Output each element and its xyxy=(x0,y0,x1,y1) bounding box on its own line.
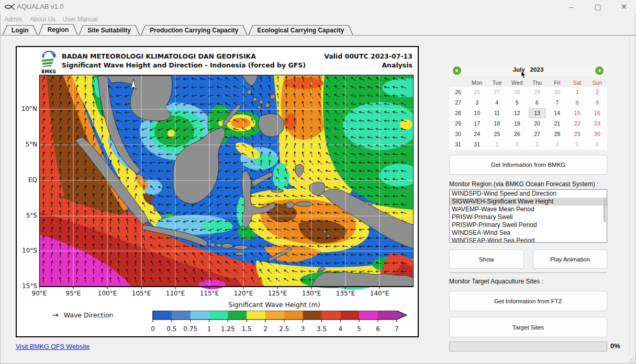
calendar-day[interactable]: 28 xyxy=(507,87,527,97)
calendar-day-selected[interactable]: 13 xyxy=(527,108,547,118)
colorbar-tick-5: 5 xyxy=(351,325,367,333)
colorbar-tick-7: 7 xyxy=(389,325,405,333)
calendar-day[interactable]: 27 xyxy=(487,87,507,97)
calendar-title: July2023 xyxy=(449,66,607,73)
calendar-day[interactable]: 2 xyxy=(507,139,527,150)
calendar-day[interactable]: 26 xyxy=(507,129,527,139)
calendar-day[interactable]: 19 xyxy=(507,118,527,129)
calendar-week-row: 273456789 xyxy=(449,97,607,108)
calendar-week-row: 2810111213141516 xyxy=(449,108,607,118)
window-title: AQUALAB v1.0 xyxy=(17,3,64,10)
x-tick-135-e: 135°E xyxy=(331,290,360,298)
calendar-day[interactable]: 15 xyxy=(567,108,587,118)
region-option-sigwaveh[interactable]: SIGWAVEH-Significant Wave Height xyxy=(450,198,607,206)
calendar-week-row: 2917181920212223 xyxy=(449,118,607,129)
calendar-day[interactable]: 1 xyxy=(567,87,587,97)
calendar-day[interactable]: 11 xyxy=(487,108,507,118)
calendar-day[interactable]: 3 xyxy=(527,139,547,150)
tab-production-carrying-capacity[interactable]: Production Carrying Capacity xyxy=(141,26,247,35)
calendar-day[interactable]: 6 xyxy=(587,139,607,150)
tab-site-suitability[interactable]: Site Suitability xyxy=(79,26,139,35)
play-animation-button[interactable]: Play Animation xyxy=(533,249,607,269)
calendar-day[interactable]: 31 xyxy=(467,139,487,150)
tab-login[interactable]: Login xyxy=(3,26,37,35)
calendar-day[interactable]: 29 xyxy=(527,87,547,97)
calendar-day[interactable]: 1 xyxy=(487,139,507,150)
calendar-day[interactable]: 17 xyxy=(467,118,487,129)
y-tick-5-n: 5°N xyxy=(17,141,37,149)
show-button[interactable]: Show xyxy=(449,249,524,269)
x-tick-95-e: 95°E xyxy=(59,290,88,298)
calendar-grid: 2626272829301227345678928101112131415162… xyxy=(449,87,607,150)
y-tick-10-s: 10°S xyxy=(17,247,37,255)
region-option-windspd[interactable]: WINDSPD-Wind Speed and Direction xyxy=(450,190,607,198)
calendar-day[interactable]: 18 xyxy=(487,118,507,129)
listbox-scrollbar[interactable] xyxy=(604,198,606,222)
menu-item-user-manual[interactable]: User Manual xyxy=(62,16,98,23)
calendar-day[interactable]: 25 xyxy=(487,129,507,139)
calendar-day[interactable]: 23 xyxy=(587,118,607,129)
day-header-tue: Tue xyxy=(487,77,507,88)
legend-label: Wave Direction xyxy=(64,311,114,319)
calendar-day[interactable]: 5 xyxy=(567,139,587,150)
calendar-day[interactable]: 2 xyxy=(587,87,607,97)
calendar-day[interactable]: 7 xyxy=(547,97,567,108)
calendar-day[interactable]: 10 xyxy=(467,108,487,118)
minimize-button[interactable]: – xyxy=(560,0,583,14)
calendar-day[interactable]: 21 xyxy=(547,118,567,129)
colorbar-tick-0-75: 0.75 xyxy=(183,325,198,333)
week-number: 31 xyxy=(449,139,467,150)
region-option-priswp[interactable]: PRISWP-Primary Swell Period xyxy=(450,221,607,229)
maximize-button[interactable]: ▢ xyxy=(586,0,609,14)
tab-label-login: Login xyxy=(3,26,37,35)
calendar-day[interactable]: 12 xyxy=(507,108,527,118)
menu-item-about-us[interactable]: About Us xyxy=(30,16,55,23)
calendar-day[interactable]: 27 xyxy=(527,129,547,139)
x-tick-105-e: 105°E xyxy=(127,290,156,298)
calendar-day[interactable]: 3 xyxy=(467,97,487,108)
calendar-day[interactable]: 14 xyxy=(547,108,567,118)
get-bmkg-button[interactable]: Get Information from BMKG xyxy=(449,155,607,175)
calendar-next-icon[interactable] xyxy=(595,66,604,75)
calendar-day[interactable]: 20 xyxy=(527,118,547,129)
region-option-windsea[interactable]: WINDSEA-Wind Sea xyxy=(450,229,607,237)
tab-region[interactable]: Region xyxy=(39,25,77,35)
calendar-day[interactable]: 28 xyxy=(547,129,567,139)
x-tick-120-e: 120°E xyxy=(229,290,258,298)
calendar-day[interactable]: 4 xyxy=(547,139,567,150)
calendar: July2023 MonTueWedThuFriSatSun 262627282… xyxy=(449,65,607,150)
x-tick-140-e: 140°E xyxy=(365,290,394,298)
region-option-wavemp[interactable]: WAVEMP-Wave Mean Period xyxy=(450,206,607,213)
target-sites-button[interactable]: Target Sites xyxy=(449,317,607,337)
colorbar-tick-6: 6 xyxy=(370,325,386,333)
get-ftz-button[interactable]: Get Information from FTZ xyxy=(449,291,607,311)
calendar-day[interactable]: 29 xyxy=(567,129,587,139)
calendar-day[interactable]: 5 xyxy=(507,97,527,108)
region-listbox[interactable]: WINDSPD-Wind Speed and DirectionSIGWAVEH… xyxy=(449,189,607,243)
calendar-year[interactable]: 2023 xyxy=(530,66,544,73)
bmkg-ofs-link[interactable]: Visit BMKG OFS Website xyxy=(16,343,90,350)
tab-ecological-carrying-capacity[interactable]: Ecological Carrying Capacity xyxy=(249,26,352,35)
colorbar-tick-2-5: 2.5 xyxy=(276,325,292,333)
panel-edge xyxy=(629,37,630,355)
resize-grip[interactable] xyxy=(628,357,634,363)
section-divider xyxy=(449,272,607,273)
calendar-day[interactable]: 8 xyxy=(567,97,587,108)
calendar-day[interactable]: 22 xyxy=(567,118,587,129)
close-button[interactable]: ✕ xyxy=(612,0,635,14)
region-option-prisw[interactable]: PRISW-Primary Swell xyxy=(450,213,607,221)
tab-label-region: Region xyxy=(39,25,77,35)
day-header-sun: Sun xyxy=(587,77,607,88)
week-number: 28 xyxy=(449,108,467,118)
calendar-day[interactable]: 24 xyxy=(467,129,487,139)
calendar-day[interactable]: 30 xyxy=(587,129,607,139)
calendar-day[interactable]: 9 xyxy=(587,97,607,108)
calendar-day[interactable]: 4 xyxy=(487,97,507,108)
legend-arrow-icon: → xyxy=(52,311,59,319)
calendar-day[interactable]: 26 xyxy=(467,87,487,97)
region-option-windseap[interactable]: WINDSEAP-Wind Sea Period xyxy=(450,237,607,243)
menu-item-admin[interactable]: Admin xyxy=(4,16,22,23)
calendar-day[interactable]: 16 xyxy=(587,108,607,118)
calendar-day[interactable]: 30 xyxy=(547,87,567,97)
calendar-day[interactable]: 6 xyxy=(527,97,547,108)
